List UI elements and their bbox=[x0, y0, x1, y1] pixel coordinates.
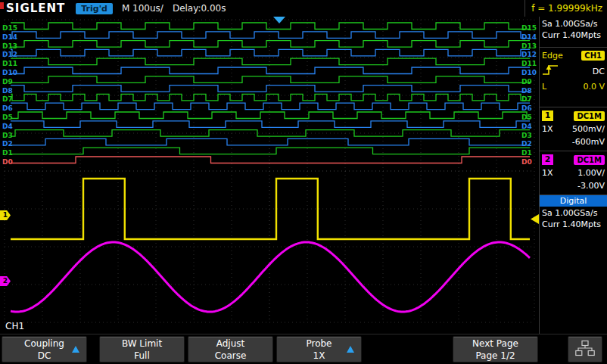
menu-button-next-page[interactable]: Next PagePage 1/2 bbox=[453, 336, 538, 362]
right-info-panel: Sa 1.00GSa/s Curr 1.40Mpts Edge CH1 DC L… bbox=[539, 17, 607, 334]
digital-info[interactable]: Digital Sa 1.00GSa/s Curr 1.40Mpts bbox=[540, 195, 607, 334]
trigger-status-badge: Trig'd bbox=[76, 3, 113, 14]
d8-trace bbox=[11, 86, 530, 92]
digital-channel-label: D10 bbox=[2, 69, 17, 76]
sample-rate: Sa 1.00GSa/s bbox=[540, 18, 607, 30]
d15-trace bbox=[11, 23, 530, 30]
menu-button-adjust[interactable]: AdjustCoarse bbox=[188, 336, 273, 362]
digital-channel-label: D10 bbox=[521, 69, 537, 76]
menu-button-probe[interactable]: Probe1X bbox=[276, 336, 362, 362]
ch1-offset: -600mV bbox=[572, 137, 605, 147]
trigger-level-value: 0.0 V bbox=[583, 82, 605, 92]
network-icon bbox=[575, 340, 595, 359]
digital-channel-label: D8 bbox=[521, 87, 532, 95]
digital-channel-label: D11 bbox=[521, 60, 537, 67]
digital-header: Digital bbox=[540, 195, 607, 207]
trigger-info: Edge CH1 DC L 0.0 V bbox=[540, 48, 607, 107]
menu-button-value: Coarse bbox=[188, 350, 272, 362]
trigger-type: Edge bbox=[542, 51, 563, 61]
digital-channel-label: D12 bbox=[521, 51, 537, 58]
trigger-position-marker[interactable] bbox=[273, 17, 285, 23]
d2-trace bbox=[11, 138, 530, 145]
digital-channel-label: D6 bbox=[521, 104, 532, 112]
digital-channel-label: D14 bbox=[521, 33, 537, 41]
digital-channel-label: D7 bbox=[521, 95, 532, 103]
digital-channel-label: D15 bbox=[2, 24, 17, 32]
top-status-bar: SIGLENT Trig'd M 100us/ Delay:0.00s f = … bbox=[0, 0, 607, 17]
digital-channel-label: D12 bbox=[2, 51, 17, 58]
digital-channel-label: D5 bbox=[2, 114, 13, 121]
softkey-menu-bar: CouplingDCBW LimitFullAdjustCoarseProbe1… bbox=[0, 334, 607, 364]
d13-trace bbox=[11, 41, 530, 48]
ch1-index-badge: 1 bbox=[542, 110, 553, 121]
digital-channel-label: D4 bbox=[2, 123, 13, 130]
memory-depth: Curr 1.40Mpts bbox=[540, 30, 607, 41]
d5-trace bbox=[11, 112, 530, 119]
menu-button-coupling[interactable]: CouplingDC bbox=[2, 336, 87, 362]
digital-channel-label: D7 bbox=[2, 95, 13, 103]
digital-channel-label: D9 bbox=[521, 78, 532, 86]
ch1-scale: 500mV/ bbox=[572, 124, 605, 134]
menu-button-bw-limit[interactable]: BW LimitFull bbox=[99, 336, 185, 362]
ch2-trace bbox=[11, 242, 530, 312]
ch2-coupling-badge: DC1M bbox=[574, 155, 605, 165]
expand-arrow-icon bbox=[347, 346, 354, 353]
digital-channel-label: D1 bbox=[521, 149, 532, 157]
ch2-index-badge: 2 bbox=[542, 154, 553, 165]
active-menu-title: CH1 bbox=[5, 321, 24, 331]
ch1-coupling-badge: DC1M bbox=[574, 111, 605, 121]
digital-channel-label: D0 bbox=[2, 158, 13, 166]
d11-trace bbox=[11, 58, 530, 65]
digital-channel-label: D3 bbox=[521, 132, 532, 139]
expand-arrow-icon bbox=[72, 346, 79, 353]
digital-channel-label: D8 bbox=[2, 87, 13, 95]
d14-trace bbox=[11, 32, 530, 39]
rising-edge-icon bbox=[542, 64, 559, 79]
waveform-display: D15D15D14D14D13D13D12D12D11D11D10D10D9D9… bbox=[0, 17, 539, 325]
d12-trace bbox=[11, 49, 530, 56]
frequency-counter: f = 1.99999kHz bbox=[525, 0, 607, 17]
menu-button-title: BW Limit bbox=[100, 338, 184, 350]
digital-channel-label: D0 bbox=[521, 158, 532, 166]
digital-channel-label: D13 bbox=[521, 42, 537, 50]
digital-channel-label: D15 bbox=[521, 24, 537, 32]
digital-channel-label: D5 bbox=[521, 114, 532, 121]
channel2-info[interactable]: 2 DC1M 1X 1.00V/ -3.00V bbox=[540, 151, 607, 195]
digital-channel-label: D14 bbox=[2, 33, 17, 41]
ch2-atten: 1X bbox=[542, 168, 553, 178]
d10-trace bbox=[11, 67, 530, 74]
menu-button-title: Adjust bbox=[188, 338, 272, 350]
digital-channel-label: D4 bbox=[521, 123, 532, 130]
d6-trace bbox=[11, 103, 530, 110]
acquisition-info: Sa 1.00GSa/s Curr 1.40Mpts bbox=[540, 17, 607, 48]
d9-trace bbox=[11, 76, 530, 83]
digital-channel-label: D11 bbox=[2, 60, 17, 67]
siglent-logo: SIGLENT bbox=[6, 2, 65, 15]
digital-channel-label: D1 bbox=[2, 149, 13, 157]
delay-readout: Delay:0.00s bbox=[173, 3, 226, 14]
digital-channel-label: D2 bbox=[521, 140, 532, 148]
digital-channel-label: D2 bbox=[2, 140, 13, 148]
menu-button-value: Full bbox=[100, 350, 184, 362]
menu-button-title: Next Page bbox=[453, 338, 537, 350]
trigger-source-badge[interactable]: CH1 bbox=[581, 51, 605, 61]
network-icon-button[interactable] bbox=[568, 336, 602, 362]
digital-channel-label: D13 bbox=[2, 42, 17, 50]
d0-trace bbox=[11, 157, 530, 163]
waveform-canvas: D15D15D14D14D13D13D12D12D11D11D10D10D9D9… bbox=[0, 17, 539, 325]
menu-button-value: Page 1/2 bbox=[453, 350, 537, 362]
trigger-level-label: L bbox=[542, 82, 546, 92]
d1-trace bbox=[11, 148, 530, 154]
d4-trace bbox=[11, 121, 530, 128]
timebase-readout: M 100us/ bbox=[122, 3, 163, 14]
siglent-logo-accent bbox=[0, 2, 4, 9]
ch1-atten: 1X bbox=[542, 124, 553, 134]
digital-channel-label: D9 bbox=[2, 78, 13, 86]
ch2-offset: -3.00V bbox=[577, 181, 605, 191]
digital-channel-label: D6 bbox=[2, 104, 13, 112]
channel1-info[interactable]: 1 DC1M 1X 500mV/ -600mV bbox=[540, 107, 607, 151]
digital-channel-label: D3 bbox=[2, 132, 13, 139]
trigger-coupling: DC bbox=[593, 67, 605, 76]
digital-sample-rate: Sa 1.00GSa/s bbox=[540, 207, 607, 219]
digital-memory-depth: Curr 1.40Mpts bbox=[540, 219, 607, 230]
